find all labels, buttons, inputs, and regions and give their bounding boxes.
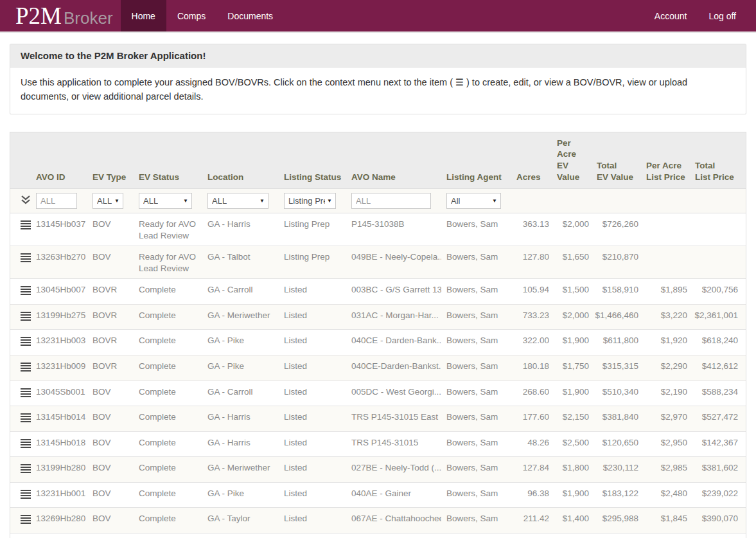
cell-ev-type: BOVR — [87, 279, 134, 305]
context-menu-icon[interactable] — [15, 489, 31, 500]
cell-menu — [10, 533, 31, 538]
context-menu-icon[interactable] — [15, 387, 31, 399]
cell-avo-name: 005DC - West Georgi... — [346, 381, 441, 406]
cell-avo-name: 040CE - Darden-Bank... — [346, 330, 441, 355]
grid-body: 13145Hb037 BOV Ready for AVO Lead Review… — [10, 213, 746, 538]
cell-ev-type: BOV — [87, 246, 134, 279]
filter-ev-type-select[interactable]: ALL▼ — [92, 193, 123, 209]
context-menu-icon[interactable] — [15, 219, 31, 231]
context-menu-icon[interactable] — [15, 252, 31, 264]
cell-avo-id: 13231Hb009 — [31, 355, 87, 381]
cell-per-acre-list-price: $1,895 — [641, 279, 690, 305]
cell-menu — [10, 246, 31, 279]
cell-menu — [10, 508, 31, 534]
cell-ev-status: Complete — [134, 482, 202, 508]
cell-avo-name: 027BE - Neely-Todd (... — [346, 457, 441, 483]
column-header-acres[interactable]: Acres — [511, 132, 552, 189]
brand-p2m: P2M — [15, 4, 62, 28]
context-menu-icon[interactable] — [15, 285, 31, 296]
column-header-listing-status[interactable]: Listing Status — [279, 132, 346, 189]
column-header-listing-agent[interactable]: Listing Agent — [441, 132, 511, 189]
column-label: Per Acre — [646, 160, 687, 172]
column-header-ev-status[interactable]: EV Status — [134, 132, 202, 189]
filter-avo-id-input[interactable] — [36, 193, 77, 209]
cell-listing-agent: Bowers, Sam — [441, 304, 511, 330]
context-menu-icon[interactable] — [15, 514, 31, 525]
table-row: 13263Hb270 BOV Ready for AVO Lead Review… — [10, 246, 746, 279]
cell-ev-status: Ready for AVO Lead Review — [134, 213, 202, 246]
cell-listing-status: Listed — [279, 508, 346, 534]
welcome-panel: Welcome to the P2M Broker Application! U… — [10, 44, 746, 114]
cell-ev-status: Complete — [134, 330, 202, 355]
cell-avo-id: 13231Hb003 — [31, 330, 87, 355]
cell-menu — [10, 279, 31, 305]
cell-total-list-price: $381,602 — [690, 457, 746, 483]
table-row: 13231Hb003 BOVR Complete GA - Pike Liste… — [10, 330, 746, 355]
context-menu-icon[interactable] — [15, 310, 31, 322]
context-menu-icon[interactable] — [15, 438, 31, 449]
cell-listing-agent: Bowers, Sam — [441, 457, 511, 483]
cell-total-ev-value: $1,466,460 — [592, 304, 641, 330]
filter-avo-name-input[interactable] — [351, 193, 431, 209]
context-menu-icon[interactable] — [15, 361, 31, 373]
cell-ev-type: BOV — [87, 457, 134, 483]
column-header-avo-name[interactable]: AVO Name — [346, 132, 441, 189]
caret-down-icon: ▼ — [114, 198, 119, 204]
column-label: Listing Status — [284, 172, 344, 183]
column-header-per-acre-ev-value[interactable]: Per AcreEV Value — [552, 132, 592, 189]
column-header-ev-type[interactable]: EV Type — [87, 132, 134, 189]
cell-ev-type: BOV — [87, 482, 134, 508]
table-row: 13045Hb007 BOVR Complete GA - Carroll Li… — [10, 279, 746, 305]
column-header-avo-id[interactable]: AVO ID — [31, 132, 87, 189]
column-header-per-acre-list-price[interactable]: Per AcreList Price — [641, 132, 690, 189]
brand-broker: Broker — [64, 10, 113, 26]
table-row: 13231Hb009 BOVR Complete GA - Pike Liste… — [10, 355, 746, 381]
cell-total-list-price: $657,809 — [690, 533, 746, 538]
cell-avo-name: TRS P145-31015 East — [346, 406, 441, 432]
cell-listing-agent: Bowers, Sam — [441, 246, 511, 279]
cell-avo-id: 13199Hb275 — [31, 304, 87, 330]
cell-menu — [10, 355, 31, 381]
cell-avo-id: 13269Hb280 — [31, 508, 87, 534]
cell-location: GA - Taylor — [202, 508, 279, 534]
table-row: 13199Hb275 BOVR Complete GA - Meriwether… — [10, 304, 746, 330]
cell-ev-status: Complete — [134, 355, 202, 381]
context-menu-icon[interactable] — [15, 463, 31, 474]
caret-down-icon: ▼ — [492, 198, 497, 204]
nav-item-logoff[interactable]: Log off — [698, 0, 747, 31]
cell-avo-name: 067AE - Chattahoochee — [346, 508, 441, 534]
nav-item-documents[interactable]: Documents — [216, 0, 284, 31]
brand-logo[interactable]: P2MBroker — [0, 4, 121, 28]
filter-listing-agent-select[interactable]: All▼ — [446, 193, 501, 209]
cell-ev-type: BOVR — [87, 304, 134, 330]
cell-avo-id: 13231Hb001 — [31, 482, 87, 508]
cell-listing-status: Listed — [279, 279, 346, 305]
context-menu-icon[interactable] — [15, 412, 31, 424]
nav-item-comps[interactable]: Comps — [166, 0, 216, 31]
context-menu-icon[interactable] — [15, 336, 31, 347]
nav-item-home[interactable]: Home — [121, 0, 166, 31]
filter-collapse-icon[interactable] — [15, 195, 31, 204]
cell-total-ev-value: $210,870 — [592, 246, 641, 279]
cell-avo-name: P145-31038B — [346, 213, 441, 246]
filter-location-select[interactable]: ALL▼ — [207, 193, 268, 209]
cell-menu — [10, 304, 31, 330]
cell-listing-status: Listed — [279, 381, 346, 406]
column-header-total-list-price[interactable]: TotalList Price — [690, 132, 746, 189]
nav-item-account[interactable]: Account — [644, 0, 698, 31]
filter-ev-status-select[interactable]: ALL▼ — [139, 193, 192, 209]
cell-total-ev-value: $726,260 — [592, 213, 641, 246]
cell-avo-id: 13263Hb270 — [31, 246, 87, 279]
cell-listing-status: Listed — [279, 330, 346, 355]
grid-header-row: AVO ID EV Type EV Status Location Listin… — [10, 132, 746, 189]
filter-listing-agent-value: All — [451, 196, 460, 206]
cell-ev-status: Complete — [134, 279, 202, 305]
cell-menu — [10, 482, 31, 508]
cell-listing-status: Listed — [279, 406, 346, 432]
cell-location: GA - Meriwether — [202, 457, 279, 483]
column-header-total-ev-value[interactable]: TotalEV Value — [592, 132, 641, 189]
column-header-location[interactable]: Location — [202, 132, 279, 189]
cell-avo-name: 049BE - Neely-Copela... — [346, 246, 441, 279]
cell-ev-type: BOV — [87, 213, 134, 246]
filter-listing-status-select[interactable]: Listing Prep + l▼ — [284, 193, 336, 209]
